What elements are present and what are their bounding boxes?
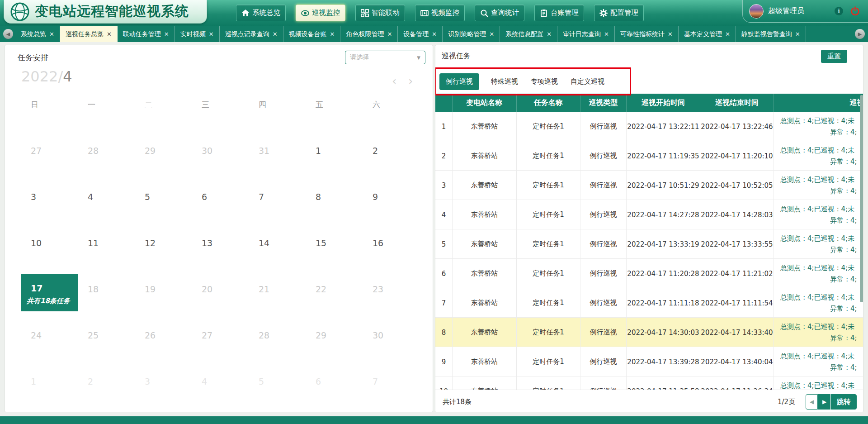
tab-6[interactable]: 视频设备台账✕ <box>283 26 341 42</box>
filter-tab-3[interactable]: 专项巡视 <box>530 73 559 90</box>
nav-config-button[interactable]: 配置管理 <box>594 5 644 21</box>
tabs-scroll-left-icon[interactable]: ◀ <box>3 29 13 39</box>
tabs-scroll-right-icon[interactable]: ▶ <box>855 29 865 39</box>
tab-close-icon[interactable]: ✕ <box>49 31 54 38</box>
nav-eye-button[interactable]: 巡视监控 <box>296 5 345 21</box>
tab-12[interactable]: 可靠性指标统计✕ <box>615 26 679 42</box>
tab-close-icon[interactable]: ✕ <box>489 31 494 38</box>
calendar-day[interactable]: 19 <box>135 268 192 314</box>
station-select[interactable]: 请选择 ▼ <box>345 51 425 64</box>
tab-close-icon[interactable]: ✕ <box>432 31 437 38</box>
tab-close-icon[interactable]: ✕ <box>725 31 730 38</box>
calendar-prev-icon[interactable]: ‹ <box>392 75 396 87</box>
power-logout-icon[interactable] <box>850 6 860 16</box>
calendar-day[interactable]: 11 <box>78 222 135 268</box>
tab-10[interactable]: 系统信息配置✕ <box>500 26 557 42</box>
calendar-day[interactable]: 10 <box>21 222 78 268</box>
nav-smart-link-button[interactable]: 智能联动 <box>355 5 405 21</box>
tab-close-icon[interactable]: ✕ <box>273 31 278 38</box>
calendar-day[interactable]: 4 <box>78 176 135 222</box>
table-scrollbar-thumb[interactable] <box>860 95 863 302</box>
calendar-day[interactable]: 27 <box>192 314 249 360</box>
nav-home-button[interactable]: 系统总览 <box>236 5 286 21</box>
calendar-day[interactable]: 16 <box>363 222 420 268</box>
table-row[interactable]: 5东善桥站定时任务1例行巡视2022-04-17 13:33:192022-04… <box>435 229 863 259</box>
calendar-day[interactable]: 7 <box>363 360 420 406</box>
filter-tab-2[interactable]: 特殊巡视 <box>490 73 519 90</box>
calendar-day[interactable]: 30 <box>192 129 249 176</box>
calendar-day[interactable]: 14 <box>249 222 306 268</box>
calendar-day[interactable]: 27 <box>21 129 78 176</box>
tab-close-icon[interactable]: ✕ <box>604 31 609 38</box>
calendar-day[interactable]: 29 <box>306 314 363 360</box>
calendar-day[interactable]: 9 <box>363 176 420 222</box>
table-row[interactable]: 3东善桥站定时任务1例行巡视2022-04-17 10:51:292022-04… <box>435 171 863 200</box>
calendar-day[interactable]: 24 <box>21 314 78 360</box>
selected-day-block[interactable]: 17共有18条任务 <box>21 274 78 311</box>
calendar-day[interactable]: 2 <box>363 129 420 176</box>
calendar-day[interactable]: 12 <box>135 222 192 268</box>
calendar-day[interactable]: 28 <box>249 314 306 360</box>
calendar-day[interactable]: 7 <box>249 176 306 222</box>
tab-14[interactable]: 静默监视告警查询✕ <box>736 26 806 42</box>
filter-tab-4[interactable]: 自定义巡视 <box>570 73 605 90</box>
calendar-next-icon[interactable]: › <box>408 75 413 87</box>
calendar-day[interactable]: 3 <box>135 360 192 406</box>
tab-close-icon[interactable]: ✕ <box>387 31 392 38</box>
tab-13[interactable]: 基本定义管理✕ <box>679 26 736 42</box>
tab-3[interactable]: 联动任务管理✕ <box>118 26 175 42</box>
tab-11[interactable]: 审计日志查询✕ <box>557 26 615 42</box>
tab-close-icon[interactable]: ✕ <box>795 31 800 38</box>
calendar-day[interactable]: 18 <box>78 268 135 314</box>
page-jump-button[interactable]: 跳转 <box>831 394 857 410</box>
calendar-day[interactable]: 20 <box>192 268 249 314</box>
filter-tab-1[interactable]: 例行巡视 <box>439 73 479 90</box>
calendar-day[interactable]: 30 <box>363 314 420 360</box>
tab-7[interactable]: 角色权限管理✕ <box>340 26 398 42</box>
calendar-day[interactable]: 2 <box>78 360 135 406</box>
calendar-day[interactable]: 3 <box>21 176 78 222</box>
calendar-day[interactable]: 5 <box>135 176 192 222</box>
tab-close-icon[interactable]: ✕ <box>164 31 169 38</box>
calendar-day[interactable]: 4 <box>192 360 249 406</box>
info-icon[interactable]: i <box>835 7 843 15</box>
page-next-button[interactable]: ▶ <box>818 394 830 410</box>
calendar-day-selected[interactable]: 17共有18条任务 <box>21 268 78 314</box>
tab-8[interactable]: 设备管理✕ <box>398 26 443 42</box>
calendar-day[interactable]: 23 <box>363 268 420 314</box>
calendar-day[interactable]: 6 <box>192 176 249 222</box>
table-row[interactable]: 4东善桥站定时任务1例行巡视2022-04-17 14:27:282022-04… <box>435 200 863 229</box>
calendar-day[interactable]: 13 <box>192 222 249 268</box>
nav-video-button[interactable]: 视频监控 <box>415 5 465 21</box>
table-row[interactable]: 2东善桥站定时任务1例行巡视2022-04-17 11:19:352022-04… <box>435 141 863 171</box>
calendar-day[interactable]: 21 <box>249 268 306 314</box>
table-row[interactable]: 10东善桥站定时任务1例行巡视2022-04-17 11:25:582022-0… <box>435 376 863 390</box>
tab-close-icon[interactable]: ✕ <box>668 31 673 38</box>
tab-2[interactable]: 巡视任务总览✕ <box>60 26 118 42</box>
calendar-day[interactable]: 1 <box>21 360 78 406</box>
table-row[interactable]: 8东善桥站定时任务1例行巡视2022-04-17 14:30:032022-04… <box>435 318 863 347</box>
tab-5[interactable]: 巡视点记录查询✕ <box>220 26 283 42</box>
reset-button[interactable]: 重置 <box>821 50 847 63</box>
tab-9[interactable]: 识别策略管理✕ <box>443 26 500 42</box>
calendar-day[interactable]: 1 <box>306 129 363 176</box>
calendar-day[interactable]: 8 <box>306 176 363 222</box>
calendar-day[interactable]: 26 <box>135 314 192 360</box>
tab-close-icon[interactable]: ✕ <box>209 31 214 38</box>
calendar-day[interactable]: 28 <box>78 129 135 176</box>
calendar-day[interactable]: 25 <box>78 314 135 360</box>
nav-search-button[interactable]: 查询统计 <box>475 5 524 21</box>
tab-close-icon[interactable]: ✕ <box>330 31 335 38</box>
tab-close-icon[interactable]: ✕ <box>547 31 552 38</box>
calendar-day[interactable]: 29 <box>135 129 192 176</box>
tab-4[interactable]: 实时视频✕ <box>175 26 220 42</box>
calendar-day[interactable]: 31 <box>249 129 306 176</box>
calendar-day[interactable]: 15 <box>306 222 363 268</box>
calendar-day[interactable]: 22 <box>306 268 363 314</box>
table-row[interactable]: 6东善桥站定时任务1例行巡视2022-04-17 11:20:282022-04… <box>435 259 863 288</box>
table-row[interactable]: 1东善桥站定时任务1例行巡视2022-04-17 13:22:112022-04… <box>435 112 863 141</box>
table-row[interactable]: 7东善桥站定时任务1例行巡视2022-04-17 11:11:182022-04… <box>435 288 863 318</box>
tab-close-icon[interactable]: ✕ <box>107 31 112 38</box>
calendar-day[interactable]: 5 <box>249 360 306 406</box>
calendar-day[interactable]: 6 <box>306 360 363 406</box>
